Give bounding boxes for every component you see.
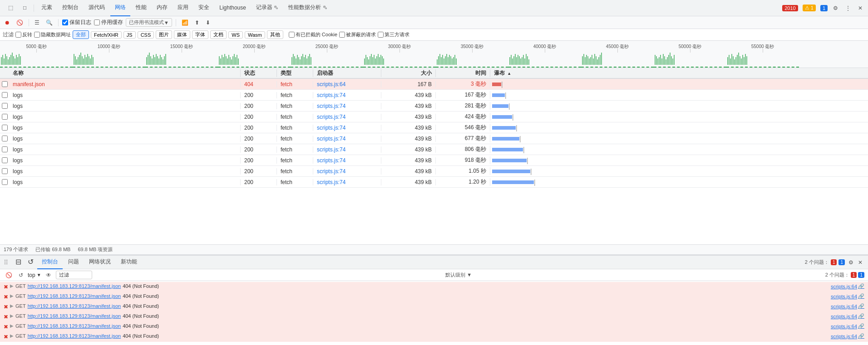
col-header-waterfall[interactable]: 瀑布 ▲ [490, 69, 868, 77]
cell-initiator[interactable]: scripts.js:74 [313, 114, 381, 120]
console-source-link[interactable]: scripts.js:64 🔗 [831, 333, 864, 339]
table-row[interactable]: logs200fetchscripts.js:74439 kB167 毫秒 | [0, 90, 868, 101]
filter-js-btn[interactable]: JS [123, 31, 136, 39]
console-expand-btn[interactable]: ▶ [10, 313, 14, 318]
filter-fetch-xhr-btn[interactable]: Fetch/XHR [91, 31, 122, 39]
row-checkbox[interactable] [0, 136, 9, 141]
console-url[interactable]: http://192.168.183.129:8123/manifest.jso… [28, 313, 121, 319]
console-eye-icon[interactable]: 👁 [44, 271, 53, 279]
col-header-time[interactable]: 时间 [436, 69, 490, 77]
row-checkbox[interactable] [0, 81, 9, 87]
console-clear-icon[interactable]: 🚫 [4, 271, 14, 279]
row-checkbox[interactable] [0, 103, 9, 109]
row-checkbox[interactable] [0, 92, 9, 98]
cell-initiator[interactable]: scripts.js:74 [313, 179, 381, 185]
filter-css-btn[interactable]: CSS [138, 31, 154, 39]
table-row[interactable]: logs200fetchscripts.js:74439 kB546 毫秒 | [0, 122, 868, 133]
blocked-cookie-checkbox[interactable]: 有已拦截的 Cookie [289, 31, 337, 38]
hide-data-url-checkbox[interactable]: 隐藏数据网址 [34, 31, 71, 38]
filter-media-btn[interactable]: 媒体 [174, 30, 190, 39]
col-header-initiator[interactable]: 启动器 [313, 69, 381, 77]
cell-initiator[interactable]: scripts.js:74 [313, 146, 381, 153]
console-source-link[interactable]: scripts.js:64 🔗 [831, 303, 864, 309]
console-expand-btn[interactable]: ▶ [10, 283, 14, 288]
tab-sources[interactable]: 源代码 [84, 0, 109, 16]
tab-application[interactable]: 应用 [173, 0, 193, 16]
preserve-log-checkbox[interactable]: 保留日志 [62, 19, 91, 26]
cell-initiator[interactable]: scripts.js:74 [313, 136, 381, 142]
table-row[interactable]: manifest.json404fetchscripts.js:64167 B3… [0, 79, 868, 90]
table-row[interactable]: logs200fetchscripts.js:74439 kB918 毫秒 | [0, 155, 868, 166]
wifi-icon[interactable]: 📶 [180, 19, 190, 27]
upload-icon[interactable]: ⬆ [193, 19, 201, 27]
console-settings-icon[interactable]: ⚙ [847, 258, 855, 267]
stream-mode-dropdown[interactable]: 已停用书流模式 ▼ [126, 18, 172, 27]
console-url[interactable]: http://192.168.183.129:8123/manifest.jso… [28, 283, 121, 289]
cell-initiator[interactable]: scripts.js:64 [313, 81, 381, 87]
tab-security[interactable]: 安全 [194, 0, 214, 16]
cell-initiator[interactable]: scripts.js:74 [313, 125, 381, 131]
cell-initiator[interactable]: scripts.js:74 [313, 168, 381, 175]
console-url[interactable]: http://192.168.183.129:8123/manifest.jso… [28, 323, 121, 329]
row-checkbox[interactable] [0, 146, 9, 152]
col-header-type[interactable]: 类型 [277, 69, 313, 77]
tab-network[interactable]: 网络 [110, 0, 130, 16]
tab-performance[interactable]: 性能 [131, 0, 151, 16]
table-row[interactable]: logs200fetchscripts.js:74439 kB281 毫秒 | [0, 101, 868, 112]
record-button[interactable]: ⏺ [3, 19, 12, 27]
filter-all-btn[interactable]: 全部 [73, 30, 89, 39]
clear-button[interactable]: 🚫 [15, 19, 25, 27]
row-checkbox[interactable] [0, 157, 9, 163]
table-row[interactable]: logs200fetchscripts.js:74439 kB1.05 秒 | [0, 166, 868, 177]
search-icon[interactable]: 🔍 [44, 19, 54, 27]
table-row[interactable]: logs200fetchscripts.js:74439 kB1.20 秒 | [0, 177, 868, 188]
tab-recorder[interactable]: 记录器 ⬁ [252, 0, 283, 16]
filter-img-btn[interactable]: 图片 [156, 30, 172, 39]
table-row[interactable]: logs200fetchscripts.js:74439 kB806 毫秒 | [0, 144, 868, 155]
settings-button[interactable]: ⚙ [831, 3, 840, 13]
console-url[interactable]: http://192.168.183.129:8123/manifest.jso… [28, 303, 121, 309]
console-expand-btn[interactable]: ▶ [10, 323, 14, 328]
row-checkbox[interactable] [0, 125, 9, 131]
tab-console[interactable]: 控制台 [58, 0, 83, 16]
console-expand-btn[interactable]: ▶ [10, 293, 14, 298]
console-row[interactable]: ✖ ▶ GET http://192.168.183.129:8123/mani… [0, 282, 868, 292]
download-icon[interactable]: ⬇ [204, 19, 212, 27]
console-source-link[interactable]: scripts.js:64 🔗 [831, 313, 864, 319]
console-source-link[interactable]: scripts.js:64 🔗 [831, 283, 864, 289]
col-header-status[interactable]: 状态 [241, 69, 277, 77]
filter-doc-btn[interactable]: 文档 [210, 30, 227, 39]
col-header-name[interactable]: 名称 [9, 69, 241, 77]
third-party-checkbox[interactable]: 第三方请求 [378, 31, 409, 38]
console-expand-btn[interactable]: ▶ [10, 333, 14, 338]
tab-perf-insights[interactable]: 性能数据分析 ⬁ [284, 0, 331, 16]
console-top-selector[interactable]: top ▼ [28, 272, 41, 278]
col-header-size[interactable]: 大小 [381, 69, 436, 77]
filter-ws-btn[interactable]: WS [228, 31, 243, 39]
console-expand-btn[interactable]: ▶ [10, 303, 14, 308]
cell-initiator[interactable]: scripts.js:74 [313, 157, 381, 164]
filter-wasm-btn[interactable]: Wasm [245, 31, 265, 39]
cell-initiator[interactable]: scripts.js:74 [313, 92, 381, 98]
console-refresh2-icon[interactable]: ↺ [17, 271, 25, 279]
cell-initiator[interactable]: scripts.js:74 [313, 103, 381, 109]
row-checkbox[interactable] [0, 179, 9, 185]
blocked-request-checkbox[interactable]: 被屏蔽的请求 [339, 31, 376, 38]
disable-cache-checkbox[interactable]: 停用缓存 [94, 19, 123, 26]
tab-console-icon[interactable]: □ [19, 0, 31, 16]
console-url[interactable]: http://192.168.183.129:8123/manifest.jso… [28, 333, 121, 339]
console-row[interactable]: ✖ ▶ GET http://192.168.183.129:8123/mani… [0, 292, 868, 302]
console-filter-input[interactable]: 过滤 [56, 271, 92, 279]
row-checkbox[interactable] [0, 168, 9, 174]
tab-new-features[interactable]: 新功能 [116, 256, 142, 269]
row-checkbox[interactable] [0, 114, 9, 120]
console-row[interactable]: ✖ ▶ GET http://192.168.183.129:8123/mani… [0, 332, 868, 342]
tab-issues-panel[interactable]: 问题 [64, 256, 84, 269]
tab-lighthouse[interactable]: Lighthouse [215, 0, 251, 16]
tab-network-conditions[interactable]: 网络状况 [84, 256, 115, 269]
console-row[interactable]: ✖ ▶ GET http://192.168.183.129:8123/mani… [0, 322, 868, 332]
tab-memory[interactable]: 内存 [152, 0, 172, 16]
tab-console-panel[interactable]: 控制台 [37, 256, 63, 269]
console-row[interactable]: ✖ ▶ GET http://192.168.183.129:8123/mani… [0, 312, 868, 322]
filter-font-btn[interactable]: 字体 [192, 30, 208, 39]
